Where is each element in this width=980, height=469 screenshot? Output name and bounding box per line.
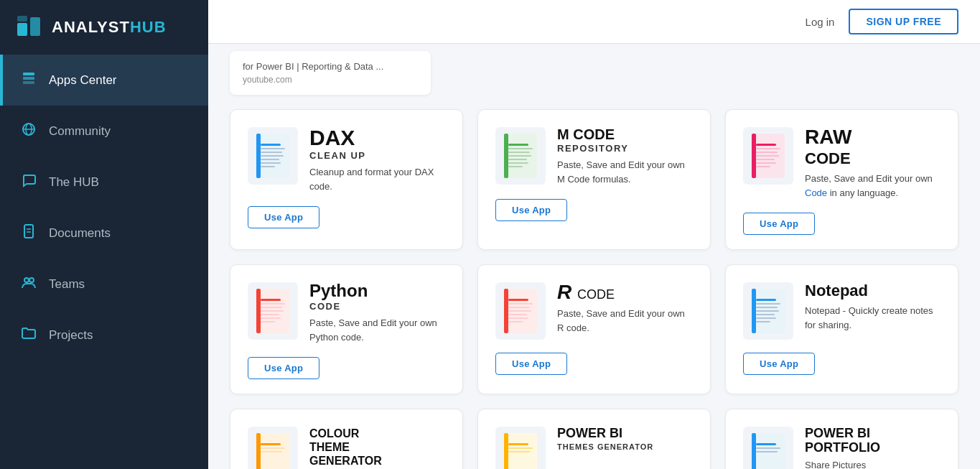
svg-rect-81: [756, 451, 778, 452]
card-title-python: Python: [309, 282, 445, 299]
app-card-notepad: Notepad Notepad - Quickly create notes f…: [725, 264, 958, 394]
svg-rect-67: [752, 289, 756, 333]
use-app-button-notepad[interactable]: Use App: [743, 353, 815, 375]
svg-rect-56: [508, 317, 528, 319]
svg-rect-70: [261, 447, 285, 449]
card-thumb-m-code: [495, 127, 546, 185]
card-title-dax: DAX: [309, 127, 445, 149]
svg-rect-33: [756, 144, 776, 146]
svg-rect-38: [756, 162, 776, 164]
svg-rect-31: [504, 134, 508, 178]
globe-icon: [20, 121, 37, 141]
svg-rect-35: [756, 152, 778, 153]
card-subtitle-python: CODE: [309, 301, 445, 312]
card-top-colour-theme: COLOURTHEMEGENERATOR Create beautiful: [248, 427, 445, 469]
card-info-m-code: M CODE REPOSITORY Paste, Save and Edit y…: [557, 127, 693, 186]
svg-rect-22: [256, 134, 261, 178]
svg-rect-37: [756, 159, 775, 160]
svg-rect-18: [261, 155, 284, 157]
document-icon: [20, 223, 37, 243]
main-content: Log in SIGN UP FREE for Power BI | Repor…: [208, 0, 980, 469]
svg-rect-61: [756, 303, 780, 305]
sidebar: ANALYSTHUB Apps Center Community The HUB: [0, 0, 208, 469]
card-info-colour-theme: COLOURTHEMEGENERATOR Create beautiful: [309, 427, 445, 469]
card-thumb-notepad: [743, 282, 793, 340]
signup-button[interactable]: SIGN UP FREE: [849, 9, 958, 34]
svg-rect-75: [508, 447, 533, 449]
svg-rect-28: [508, 159, 527, 160]
card-top-notepad: Notepad Notepad - Quickly create notes f…: [743, 282, 941, 340]
sidebar-item-apps-center[interactable]: Apps Center: [0, 55, 208, 106]
login-button[interactable]: Log in: [806, 16, 835, 28]
use-app-button-python[interactable]: Use App: [248, 357, 319, 379]
app-card-power-bi-themes: POWER BI THEMES GENERATOR: [477, 409, 711, 469]
use-app-button-raw-code[interactable]: Use App: [743, 213, 815, 235]
card-info-dax: DAX CLEAN UP Cleanup and format your DAX…: [309, 127, 445, 193]
card-title-notepad: Notepad: [805, 282, 941, 299]
content-area: for Power BI | Reporting & Data ... yout…: [208, 44, 980, 469]
card-top-python: Python CODE Paste, Save and Edit your ow…: [248, 282, 445, 344]
use-app-button-dax[interactable]: Use App: [248, 206, 319, 228]
svg-rect-1: [30, 17, 40, 36]
card-info-power-bi-portfolio: POWER BIPORTFOLIO Share Pictures: [805, 427, 941, 469]
svg-rect-48: [261, 321, 275, 322]
logo: ANALYSTHUB: [0, 0, 208, 55]
use-app-button-m-code[interactable]: Use App: [495, 199, 567, 221]
card-info-raw-code: RAWCODE Paste, Save and Edit your own Co…: [805, 127, 941, 200]
card-thumb-colour-theme: [248, 427, 298, 469]
sidebar-nav: Apps Center Community The HUB Documents: [0, 55, 208, 469]
use-app-button-r-code[interactable]: Use App: [495, 353, 567, 375]
svg-point-12: [24, 278, 29, 282]
svg-rect-16: [261, 148, 285, 149]
app-card-python-code: Python CODE Paste, Save and Edit your ow…: [230, 264, 463, 394]
card-top-power-bi-portfolio: POWER BIPORTFOLIO Share Pictures: [743, 427, 941, 469]
svg-rect-44: [261, 307, 282, 308]
svg-rect-77: [504, 433, 508, 469]
card-title-power-bi-themes: POWER BI: [557, 427, 693, 441]
card-title-power-bi-portfolio: POWER BIPORTFOLIO: [805, 427, 941, 455]
svg-rect-26: [508, 152, 530, 153]
card-desc-python: Paste, Save and Edit your own Python cod…: [309, 316, 445, 344]
apps-grid: DAX CLEAN UP Cleanup and format your DAX…: [230, 109, 958, 469]
sidebar-item-the-hub[interactable]: The HUB: [0, 157, 208, 208]
preview-card: for Power BI | Reporting & Data ... yout…: [230, 51, 431, 95]
svg-rect-63: [756, 310, 779, 312]
card-subtitle-m-code: REPOSITORY: [557, 143, 693, 154]
card-info-power-bi-themes: POWER BI THEMES GENERATOR: [557, 427, 693, 455]
svg-rect-29: [508, 162, 528, 164]
card-desc-raw-code: Paste, Save and Edit your own Code in an…: [805, 172, 941, 200]
card-title-r-code: R CODE: [557, 282, 693, 302]
sidebar-item-label-the-hub: The HUB: [49, 175, 99, 190]
svg-rect-3: [23, 73, 34, 75]
card-info-python: Python CODE Paste, Save and Edit your ow…: [309, 282, 445, 344]
sidebar-item-label-documents: Documents: [49, 226, 111, 241]
sidebar-item-community[interactable]: Community: [0, 106, 208, 157]
svg-rect-47: [261, 317, 281, 319]
svg-rect-27: [508, 155, 531, 157]
svg-rect-60: [756, 299, 776, 301]
svg-rect-36: [756, 155, 779, 157]
logo-text: ANALYSTHUB: [52, 18, 167, 37]
svg-rect-80: [756, 447, 780, 449]
svg-rect-64: [756, 314, 775, 315]
card-title-m-code: M CODE: [557, 127, 693, 141]
svg-rect-40: [752, 134, 756, 178]
card-top-m-code: M CODE REPOSITORY Paste, Save and Edit y…: [495, 127, 693, 186]
sidebar-item-documents[interactable]: Documents: [0, 208, 208, 259]
svg-rect-46: [261, 314, 279, 315]
card-top-raw-code: RAWCODE Paste, Save and Edit your own Co…: [743, 127, 941, 200]
svg-rect-2: [17, 16, 27, 22]
folder-icon: [20, 325, 37, 345]
card-thumb-dax: [248, 127, 298, 185]
chat-icon: [20, 172, 37, 192]
svg-rect-34: [756, 148, 780, 149]
sidebar-item-projects[interactable]: Projects: [0, 310, 208, 361]
sidebar-item-teams[interactable]: Teams: [0, 259, 208, 310]
svg-rect-65: [756, 317, 776, 319]
svg-rect-79: [756, 443, 776, 445]
svg-rect-54: [508, 310, 531, 312]
svg-rect-4: [23, 77, 34, 80]
card-info-notepad: Notepad Notepad - Quickly create notes f…: [805, 282, 941, 332]
svg-rect-57: [508, 321, 523, 322]
team-icon: [20, 274, 37, 294]
